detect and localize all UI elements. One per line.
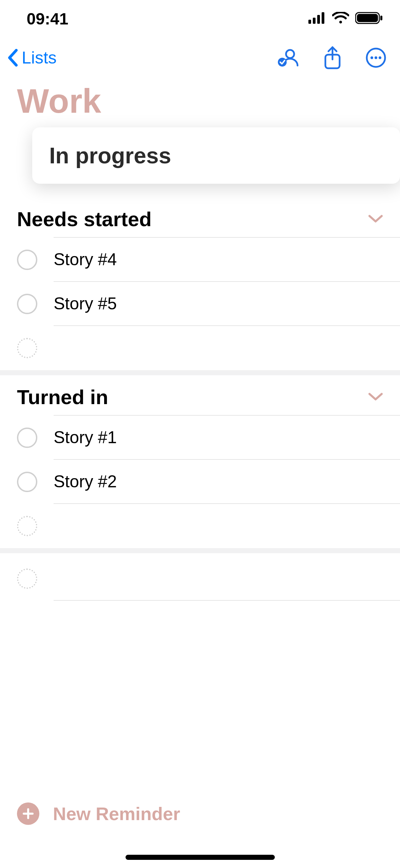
new-reminder-label: New Reminder — [53, 803, 180, 824]
cellular-icon — [308, 12, 326, 25]
checkbox-circle[interactable] — [17, 294, 37, 314]
reminder-label — [54, 557, 400, 601]
nav-bar: Lists — [0, 37, 400, 78]
svg-rect-2 — [317, 15, 320, 24]
checkbox-circle-placeholder[interactable] — [17, 516, 37, 536]
reminder-label: Story #2 — [54, 460, 400, 504]
reminder-label: Story #5 — [54, 282, 400, 326]
status-icons — [308, 12, 383, 26]
reminder-row-empty[interactable] — [0, 504, 400, 548]
checkbox-circle-placeholder[interactable] — [17, 338, 37, 358]
svg-rect-1 — [313, 18, 316, 24]
status-bar: 09:41 — [0, 0, 400, 37]
back-button[interactable]: Lists — [7, 48, 57, 68]
battery-icon — [355, 12, 383, 26]
svg-rect-5 — [357, 14, 378, 22]
checkbox-circle-placeholder[interactable] — [17, 568, 37, 589]
chevron-down-icon — [368, 214, 383, 225]
person-badge-icon — [277, 48, 300, 68]
reminder-row[interactable]: Story #5 — [0, 282, 400, 326]
svg-rect-6 — [380, 16, 382, 20]
section-divider — [0, 370, 400, 375]
svg-rect-3 — [322, 12, 324, 24]
section-needs-started: Needs started Story #4 Story #5 — [0, 197, 400, 370]
reminder-row-empty[interactable] — [0, 557, 400, 601]
section-turned-in: Turned in Story #1 Story #2 — [0, 375, 400, 548]
chevron-down-icon — [368, 392, 383, 403]
wifi-icon — [332, 12, 349, 25]
reminder-row[interactable]: Story #4 — [0, 238, 400, 282]
checkbox-circle[interactable] — [17, 250, 37, 270]
svg-point-8 — [278, 58, 287, 67]
reminder-row-empty[interactable] — [0, 326, 400, 370]
reminder-label — [54, 326, 400, 370]
svg-point-14 — [379, 56, 381, 59]
share-icon — [323, 46, 342, 70]
svg-rect-0 — [308, 20, 311, 24]
section-header[interactable]: Turned in — [0, 385, 400, 415]
more-button[interactable] — [365, 47, 386, 68]
reminder-label: Story #4 — [54, 238, 400, 282]
svg-point-12 — [370, 56, 373, 59]
reminder-label: Story #1 — [54, 416, 400, 460]
new-reminder-button[interactable]: New Reminder — [0, 797, 400, 831]
in-progress-card[interactable]: In progress — [32, 127, 400, 184]
svg-point-13 — [375, 56, 377, 59]
ellipsis-circle-icon — [365, 47, 386, 68]
list-title: Work — [0, 78, 400, 127]
section-header[interactable]: Needs started — [0, 207, 400, 237]
svg-point-7 — [286, 50, 294, 58]
status-time: 09:41 — [0, 10, 95, 28]
section-divider — [0, 548, 400, 553]
checkbox-circle[interactable] — [17, 472, 37, 492]
checkbox-circle[interactable] — [17, 428, 37, 448]
share-button[interactable] — [323, 46, 342, 70]
back-label: Lists — [22, 48, 57, 68]
reminder-label — [54, 504, 400, 548]
section-title: Turned in — [17, 385, 108, 409]
reminder-row[interactable]: Story #2 — [0, 460, 400, 504]
collaborate-button[interactable] — [277, 48, 300, 68]
in-progress-label: In progress — [49, 143, 171, 168]
reminder-row[interactable]: Story #1 — [0, 416, 400, 460]
chevron-left-icon — [7, 49, 19, 67]
section-title: Needs started — [17, 207, 152, 231]
plus-circle-icon — [17, 802, 39, 825]
home-indicator[interactable] — [126, 855, 275, 860]
